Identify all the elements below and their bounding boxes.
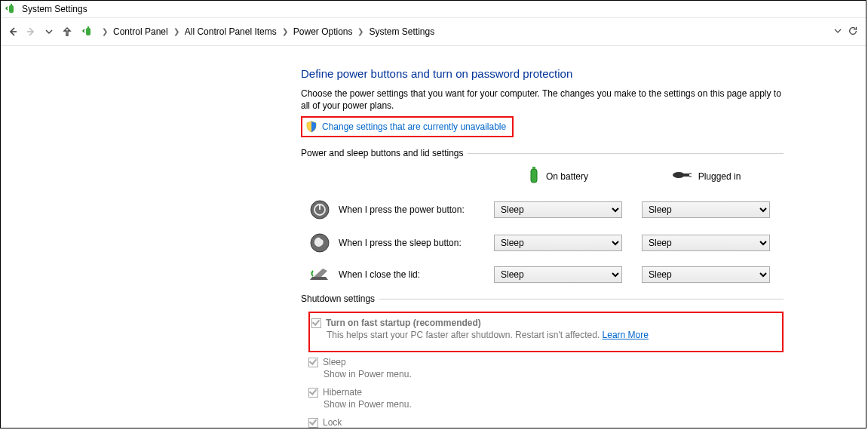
sleep-label: Sleep [323,357,346,367]
power-button-battery-select[interactable]: Sleep [494,201,622,218]
page-title: Define power buttons and turn on passwor… [301,67,784,80]
sleep-checkbox[interactable] [308,358,318,367]
svg-rect-0 [9,5,14,13]
battery-icon [528,166,540,186]
shutdown-section: Shutdown settings Turn on fast startup (… [301,293,784,428]
sleep-button-plugged-select[interactable]: Sleep [642,235,770,251]
sleep-button-battery-select[interactable]: Sleep [494,235,622,251]
lock-item: Lock Show in account picture menu. [308,416,784,428]
up-button[interactable] [60,24,75,39]
hibernate-checkbox[interactable] [308,388,318,398]
lid-battery-select[interactable]: Sleep [494,266,622,283]
chevron-right-icon[interactable]: ❯ [282,28,288,35]
back-button[interactable] [5,24,20,39]
on-battery-label: On battery [546,171,588,182]
plugged-in-header: Plugged in [642,169,770,183]
svg-point-7 [673,172,685,178]
svg-rect-6 [532,167,535,169]
fast-startup-description: This helps start your PC faster after sh… [327,330,603,340]
plugged-in-label: Plugged in [698,171,741,182]
lid-label: When I close the lid: [339,269,420,280]
recent-locations-button[interactable] [41,24,57,39]
navbar: ❯ Control Panel ❯ All Control Panel Item… [1,17,866,46]
svg-rect-8 [683,174,689,177]
svg-rect-4 [531,169,537,183]
breadcrumb-control-panel[interactable]: Control Panel [111,25,170,38]
fast-startup-highlight: Turn on fast startup (recommended) This … [308,312,784,352]
change-settings-highlight: Change settings that are currently unava… [301,116,514,137]
power-button-label: When I press the power button: [339,204,465,215]
svg-rect-1 [11,4,12,5]
sleep-description: Show in Power menu. [324,369,784,379]
power-sleep-legend: Power and sleep buttons and lid settings [301,148,468,158]
titlebar: System Settings [1,1,866,17]
sleep-button-row-label: When I press the sleep button: [308,233,474,253]
hibernate-description: Show in Power menu. [324,399,784,410]
fast-startup-item: Turn on fast startup (recommended) This … [311,316,778,346]
chevron-right-icon[interactable]: ❯ [357,28,363,35]
lock-label: Lock [323,417,342,428]
power-button-icon [308,200,331,220]
breadcrumb-power-options[interactable]: Power Options [291,25,355,38]
address-dropdown-button[interactable] [834,27,842,36]
uac-shield-icon [305,121,317,133]
plug-icon [671,169,692,183]
chevron-right-icon[interactable]: ❯ [102,28,108,35]
window-title: System Settings [22,4,87,14]
laptop-lid-icon [308,266,331,283]
learn-more-link[interactable]: Learn More [603,330,649,340]
svg-rect-9 [689,173,692,174]
fast-startup-label: Turn on fast startup (recommended) [326,318,481,328]
hibernate-label: Hibernate [323,387,362,398]
fast-startup-checkbox[interactable] [311,318,321,328]
change-settings-link[interactable]: Change settings that are currently unava… [322,121,506,132]
power-options-icon [5,3,17,15]
sleep-item: Sleep Show in Power menu. [308,355,784,385]
forward-button[interactable] [23,24,38,39]
lid-plugged-select[interactable]: Sleep [642,266,770,283]
lock-checkbox[interactable] [308,418,318,428]
shutdown-legend: Shutdown settings [301,293,379,304]
sleep-button-label: When I press the sleep button: [339,238,462,248]
power-button-row-label: When I press the power button: [308,200,474,220]
svg-rect-14 [319,204,321,210]
breadcrumb-system-settings[interactable]: System Settings [367,25,437,38]
content-area: Define power buttons and turn on passwor… [1,46,866,428]
lid-row-label: When I close the lid: [308,266,474,283]
svg-rect-2 [86,28,90,35]
sleep-button-icon [308,233,331,253]
svg-rect-10 [689,176,692,177]
refresh-button[interactable] [848,26,858,38]
control-panel-icon [82,26,94,38]
breadcrumb: Control Panel ❯ All Control Panel Items … [111,25,834,38]
svg-rect-3 [87,26,89,28]
system-settings-window: System Settings ❯ Control Panel ❯ All Co… [0,0,866,428]
hibernate-item: Hibernate Show in Power menu. [308,385,784,416]
breadcrumb-all-items[interactable]: All Control Panel Items [182,25,279,38]
power-sleep-section: Power and sleep buttons and lid settings… [301,148,784,283]
chevron-right-icon[interactable]: ❯ [173,28,179,35]
on-battery-header: On battery [494,166,622,186]
page-description: Choose the power settings that you want … [301,88,784,112]
power-button-plugged-select[interactable]: Sleep [642,201,770,218]
